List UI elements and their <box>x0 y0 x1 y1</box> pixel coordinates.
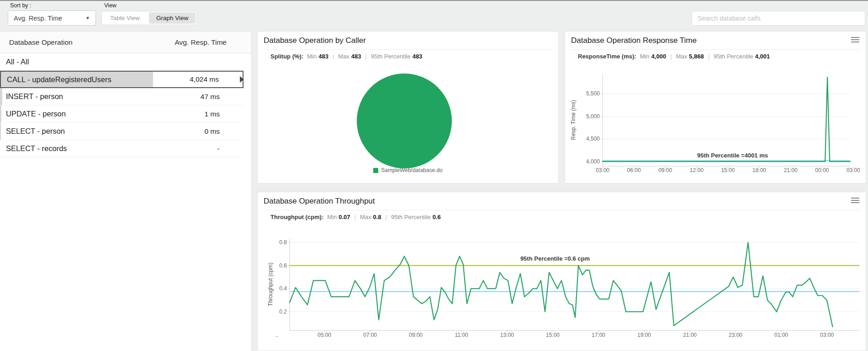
table-row[interactable]: All - All <box>0 53 243 71</box>
graph-view-button[interactable]: Graph View <box>149 12 196 24</box>
response-time-value: 47 ms <box>201 93 243 101</box>
y-tick-label: 5,000 <box>586 113 600 120</box>
column-header-avg-resp-time: Avg. Resp. Time <box>175 38 227 47</box>
y-tick-label: 0.2 <box>279 309 287 315</box>
x-tick-label: 23:00 <box>729 332 742 338</box>
y-axis-title: Throughput (cpm) <box>267 262 274 306</box>
y-tick-label: 0.6 <box>279 262 287 269</box>
stats-metric-label: Splitup (%): <box>270 53 303 60</box>
response-time-series <box>603 77 850 162</box>
pie-legend: SampleWeb/database.do <box>258 167 558 173</box>
x-tick-label: 09:00 <box>658 167 672 173</box>
y-tick-label: 4,500 <box>586 136 600 142</box>
x-tick-label: 03:00 <box>820 332 834 338</box>
x-tick-label: 13:00 <box>500 332 514 338</box>
stat-key: Max <box>338 53 349 60</box>
x-tick-label: 17:00 <box>592 332 605 338</box>
x-tick-label: 00:00 <box>815 167 829 173</box>
pie-panel: Database Operation by Caller Splitup (%)… <box>257 31 559 183</box>
table-view-button[interactable]: Table View <box>102 11 148 25</box>
x-tick-label: 21:00 <box>784 167 798 173</box>
pie-panel-title: Database Operation by Caller <box>264 36 366 45</box>
operation-table-panel: Database Operation Avg. Resp. Time All -… <box>0 31 252 351</box>
operation-table-rows: All - AllCALL - updateRegisteredUsers4,0… <box>0 53 251 157</box>
x-tick-label: 09:00 <box>409 332 423 338</box>
x-tick-label: 05:00 <box>318 332 331 338</box>
window-top-edge <box>0 0 868 1</box>
stat-value: 483 <box>318 53 328 60</box>
x-tick-label: 11:00 <box>455 332 468 338</box>
response-time-value: 4,024 ms <box>190 75 243 84</box>
operation-label: SELECT - person <box>0 127 65 136</box>
table-row[interactable]: SELECT - records- <box>0 140 243 157</box>
response-time-chart[interactable]: 4,0004,5005,0005,50003:0006:0009:0012:00… <box>565 31 866 183</box>
x-tick-label: .. <box>275 332 279 338</box>
y-tick-label: 0.8 <box>279 239 287 246</box>
x-tick-label: 07:00 <box>363 332 377 338</box>
x-tick-label: 19:00 <box>637 332 651 338</box>
y-tick-label: 5,500 <box>586 90 600 97</box>
stat-value: 483 <box>351 53 361 60</box>
stat-key: 95th Percentile <box>371 53 411 60</box>
column-header-operation: Database Operation <box>9 38 73 47</box>
stats-separator: | <box>333 53 334 60</box>
sort-by-dropdown[interactable]: Avg. Resp. Time ▼ <box>8 10 96 26</box>
x-tick-label: 15:00 <box>721 167 735 173</box>
sort-by-label: Sort by : <box>10 2 32 9</box>
throughput-panel: Database Operation Throughput Throughput… <box>257 192 866 351</box>
chevron-down-icon: ▼ <box>85 16 90 21</box>
percentile-annotation: 95th Percentile =0.6 cpm <box>520 255 590 262</box>
sort-by-value: Avg. Resp. Time <box>14 15 62 22</box>
y-tick-label: 4,000 <box>586 158 600 165</box>
x-tick-label: 12:00 <box>690 167 704 173</box>
x-tick-label: 18:00 <box>752 167 766 173</box>
x-tick-label: 21:00 <box>683 332 697 338</box>
pie-chart[interactable] <box>357 73 452 168</box>
operation-label: SELECT - records <box>0 144 67 153</box>
operation-table-header: Database Operation Avg. Resp. Time <box>0 31 251 53</box>
response-time-value: - <box>217 145 243 153</box>
stat-key: Min <box>307 53 317 60</box>
legend-label: SampleWeb/database.do <box>381 167 443 173</box>
operation-label: All - All <box>0 58 29 66</box>
response-time-panel: Database Operation Response Time Respons… <box>565 31 866 183</box>
selected-row-marker-icon <box>240 76 244 83</box>
table-row[interactable]: SELECT - person0 ms <box>0 123 243 140</box>
table-row[interactable]: CALL - updateRegisteredUsers4,024 ms <box>0 71 243 88</box>
x-tick-label: 15:00 <box>546 332 560 338</box>
throughput-chart[interactable]: 0.20.40.60.8..05:0007:0009:0011:0013:001… <box>258 192 866 351</box>
operation-label: INSERT - person <box>0 92 63 101</box>
x-tick-label: 01:00 <box>774 332 788 338</box>
view-toggle-group: Table View Graph View <box>101 11 197 25</box>
operation-label: UPDATE - person <box>0 110 66 118</box>
x-tick-label: 03:00 <box>847 167 860 173</box>
view-label: View <box>104 2 116 9</box>
response-time-value: 1 ms <box>204 110 243 118</box>
percentile-annotation: 95th Percentile =4001 ms <box>697 152 768 159</box>
y-tick-label: 0.4 <box>279 285 287 292</box>
response-time-value: 0 ms <box>204 127 243 136</box>
x-tick-label: 06:00 <box>627 167 641 173</box>
table-row[interactable]: INSERT - person47 ms <box>0 88 243 105</box>
pie-stats: Splitup (%):Min483|Max483|95th Percentil… <box>270 53 422 60</box>
operation-label: CALL - updateRegisteredUsers <box>1 75 111 84</box>
x-tick-label: 03:00 <box>596 167 609 173</box>
divider <box>264 49 552 50</box>
legend-swatch <box>373 168 378 173</box>
stats-separator: | <box>365 53 367 60</box>
table-row[interactable]: UPDATE - person1 ms <box>0 105 243 123</box>
y-axis-title: Resp. Time (ms) <box>570 100 577 140</box>
stat-value: 483 <box>413 53 423 60</box>
search-input[interactable] <box>692 11 865 26</box>
